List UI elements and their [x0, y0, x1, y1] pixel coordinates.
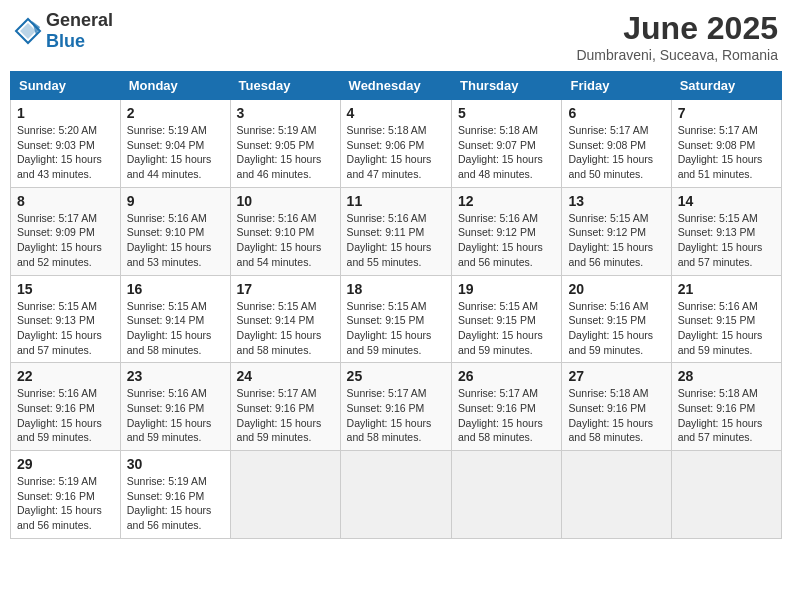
- day-number: 3: [237, 105, 334, 121]
- day-info: Sunrise: 5:16 AMSunset: 9:12 PMDaylight:…: [458, 212, 543, 268]
- day-info: Sunrise: 5:15 AMSunset: 9:12 PMDaylight:…: [568, 212, 653, 268]
- table-row: 27Sunrise: 5:18 AMSunset: 9:16 PMDayligh…: [562, 363, 671, 451]
- day-info: Sunrise: 5:17 AMSunset: 9:16 PMDaylight:…: [458, 387, 543, 443]
- table-row: 13Sunrise: 5:15 AMSunset: 9:12 PMDayligh…: [562, 187, 671, 275]
- day-number: 12: [458, 193, 555, 209]
- table-row: 26Sunrise: 5:17 AMSunset: 9:16 PMDayligh…: [452, 363, 562, 451]
- table-row: [562, 451, 671, 539]
- day-number: 29: [17, 456, 114, 472]
- day-number: 20: [568, 281, 664, 297]
- day-info: Sunrise: 5:17 AMSunset: 9:16 PMDaylight:…: [347, 387, 432, 443]
- calendar-week-2: 8Sunrise: 5:17 AMSunset: 9:09 PMDaylight…: [11, 187, 782, 275]
- day-number: 25: [347, 368, 445, 384]
- day-info: Sunrise: 5:16 AMSunset: 9:15 PMDaylight:…: [678, 300, 763, 356]
- day-number: 10: [237, 193, 334, 209]
- day-number: 9: [127, 193, 224, 209]
- day-number: 5: [458, 105, 555, 121]
- day-info: Sunrise: 5:19 AMSunset: 9:04 PMDaylight:…: [127, 124, 212, 180]
- day-number: 1: [17, 105, 114, 121]
- day-info: Sunrise: 5:17 AMSunset: 9:08 PMDaylight:…: [678, 124, 763, 180]
- day-info: Sunrise: 5:16 AMSunset: 9:15 PMDaylight:…: [568, 300, 653, 356]
- calendar-week-3: 15Sunrise: 5:15 AMSunset: 9:13 PMDayligh…: [11, 275, 782, 363]
- calendar-table: Sunday Monday Tuesday Wednesday Thursday…: [10, 71, 782, 539]
- day-info: Sunrise: 5:15 AMSunset: 9:15 PMDaylight:…: [458, 300, 543, 356]
- table-row: 24Sunrise: 5:17 AMSunset: 9:16 PMDayligh…: [230, 363, 340, 451]
- table-row: 29Sunrise: 5:19 AMSunset: 9:16 PMDayligh…: [11, 451, 121, 539]
- day-info: Sunrise: 5:20 AMSunset: 9:03 PMDaylight:…: [17, 124, 102, 180]
- table-row: [230, 451, 340, 539]
- day-number: 8: [17, 193, 114, 209]
- table-row: 1Sunrise: 5:20 AMSunset: 9:03 PMDaylight…: [11, 100, 121, 188]
- logo: General Blue: [14, 10, 113, 52]
- day-info: Sunrise: 5:18 AMSunset: 9:16 PMDaylight:…: [678, 387, 763, 443]
- day-info: Sunrise: 5:16 AMSunset: 9:10 PMDaylight:…: [237, 212, 322, 268]
- day-number: 2: [127, 105, 224, 121]
- day-number: 26: [458, 368, 555, 384]
- table-row: 6Sunrise: 5:17 AMSunset: 9:08 PMDaylight…: [562, 100, 671, 188]
- table-row: 25Sunrise: 5:17 AMSunset: 9:16 PMDayligh…: [340, 363, 451, 451]
- day-number: 17: [237, 281, 334, 297]
- day-info: Sunrise: 5:19 AMSunset: 9:16 PMDaylight:…: [17, 475, 102, 531]
- col-saturday: Saturday: [671, 72, 781, 100]
- day-info: Sunrise: 5:15 AMSunset: 9:14 PMDaylight:…: [237, 300, 322, 356]
- table-row: [671, 451, 781, 539]
- day-number: 24: [237, 368, 334, 384]
- header: General Blue June 2025 Dumbraveni, Sucea…: [10, 10, 782, 63]
- col-monday: Monday: [120, 72, 230, 100]
- calendar-week-1: 1Sunrise: 5:20 AMSunset: 9:03 PMDaylight…: [11, 100, 782, 188]
- day-info: Sunrise: 5:15 AMSunset: 9:14 PMDaylight:…: [127, 300, 212, 356]
- day-info: Sunrise: 5:15 AMSunset: 9:15 PMDaylight:…: [347, 300, 432, 356]
- day-info: Sunrise: 5:15 AMSunset: 9:13 PMDaylight:…: [17, 300, 102, 356]
- title-area: June 2025 Dumbraveni, Suceava, Romania: [576, 10, 778, 63]
- table-row: 19Sunrise: 5:15 AMSunset: 9:15 PMDayligh…: [452, 275, 562, 363]
- day-info: Sunrise: 5:19 AMSunset: 9:16 PMDaylight:…: [127, 475, 212, 531]
- table-row: 2Sunrise: 5:19 AMSunset: 9:04 PMDaylight…: [120, 100, 230, 188]
- day-info: Sunrise: 5:16 AMSunset: 9:10 PMDaylight:…: [127, 212, 212, 268]
- day-number: 23: [127, 368, 224, 384]
- day-number: 4: [347, 105, 445, 121]
- day-number: 21: [678, 281, 775, 297]
- calendar-week-4: 22Sunrise: 5:16 AMSunset: 9:16 PMDayligh…: [11, 363, 782, 451]
- table-row: 20Sunrise: 5:16 AMSunset: 9:15 PMDayligh…: [562, 275, 671, 363]
- day-info: Sunrise: 5:17 AMSunset: 9:09 PMDaylight:…: [17, 212, 102, 268]
- table-row: 8Sunrise: 5:17 AMSunset: 9:09 PMDaylight…: [11, 187, 121, 275]
- table-row: 11Sunrise: 5:16 AMSunset: 9:11 PMDayligh…: [340, 187, 451, 275]
- table-row: 15Sunrise: 5:15 AMSunset: 9:13 PMDayligh…: [11, 275, 121, 363]
- day-number: 7: [678, 105, 775, 121]
- logo-text: General Blue: [46, 10, 113, 52]
- day-number: 6: [568, 105, 664, 121]
- calendar-header-row: Sunday Monday Tuesday Wednesday Thursday…: [11, 72, 782, 100]
- day-info: Sunrise: 5:19 AMSunset: 9:05 PMDaylight:…: [237, 124, 322, 180]
- day-number: 30: [127, 456, 224, 472]
- day-info: Sunrise: 5:16 AMSunset: 9:16 PMDaylight:…: [17, 387, 102, 443]
- logo-icon: [14, 17, 42, 45]
- day-number: 19: [458, 281, 555, 297]
- day-info: Sunrise: 5:18 AMSunset: 9:06 PMDaylight:…: [347, 124, 432, 180]
- table-row: 16Sunrise: 5:15 AMSunset: 9:14 PMDayligh…: [120, 275, 230, 363]
- day-info: Sunrise: 5:17 AMSunset: 9:08 PMDaylight:…: [568, 124, 653, 180]
- table-row: 12Sunrise: 5:16 AMSunset: 9:12 PMDayligh…: [452, 187, 562, 275]
- col-tuesday: Tuesday: [230, 72, 340, 100]
- day-info: Sunrise: 5:16 AMSunset: 9:16 PMDaylight:…: [127, 387, 212, 443]
- day-number: 11: [347, 193, 445, 209]
- col-friday: Friday: [562, 72, 671, 100]
- col-thursday: Thursday: [452, 72, 562, 100]
- table-row: 10Sunrise: 5:16 AMSunset: 9:10 PMDayligh…: [230, 187, 340, 275]
- day-info: Sunrise: 5:18 AMSunset: 9:16 PMDaylight:…: [568, 387, 653, 443]
- day-number: 28: [678, 368, 775, 384]
- day-number: 13: [568, 193, 664, 209]
- table-row: 30Sunrise: 5:19 AMSunset: 9:16 PMDayligh…: [120, 451, 230, 539]
- table-row: 22Sunrise: 5:16 AMSunset: 9:16 PMDayligh…: [11, 363, 121, 451]
- day-number: 18: [347, 281, 445, 297]
- day-info: Sunrise: 5:16 AMSunset: 9:11 PMDaylight:…: [347, 212, 432, 268]
- month-title: June 2025: [576, 10, 778, 47]
- table-row: 14Sunrise: 5:15 AMSunset: 9:13 PMDayligh…: [671, 187, 781, 275]
- table-row: 18Sunrise: 5:15 AMSunset: 9:15 PMDayligh…: [340, 275, 451, 363]
- table-row: 28Sunrise: 5:18 AMSunset: 9:16 PMDayligh…: [671, 363, 781, 451]
- location-title: Dumbraveni, Suceava, Romania: [576, 47, 778, 63]
- col-wednesday: Wednesday: [340, 72, 451, 100]
- table-row: 5Sunrise: 5:18 AMSunset: 9:07 PMDaylight…: [452, 100, 562, 188]
- table-row: 23Sunrise: 5:16 AMSunset: 9:16 PMDayligh…: [120, 363, 230, 451]
- table-row: 9Sunrise: 5:16 AMSunset: 9:10 PMDaylight…: [120, 187, 230, 275]
- day-info: Sunrise: 5:15 AMSunset: 9:13 PMDaylight:…: [678, 212, 763, 268]
